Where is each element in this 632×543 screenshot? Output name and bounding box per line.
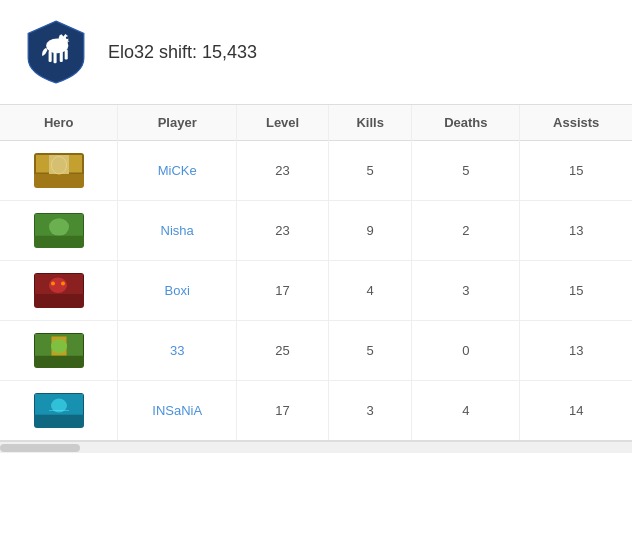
player-cell: MiCKe: [118, 141, 237, 201]
svg-rect-5: [65, 50, 68, 60]
team-logo: [20, 16, 92, 88]
player-cell: 33: [118, 321, 237, 381]
kills-cell: 5: [329, 141, 412, 201]
player-cell: Boxi: [118, 261, 237, 321]
elo-shift-text: Elo32 shift: 15,433: [108, 42, 257, 63]
assists-cell: 13: [520, 321, 632, 381]
table-row: Nisha239213: [0, 201, 632, 261]
hero-image: [34, 213, 84, 248]
hero-image: [34, 273, 84, 308]
svg-point-7: [67, 41, 69, 42]
hero-cell: [0, 321, 118, 381]
assists-cell: 14: [520, 381, 632, 441]
deaths-cell: 2: [412, 201, 520, 261]
table-row: Boxi174315: [0, 261, 632, 321]
assists-cell: 13: [520, 201, 632, 261]
kills-cell: 5: [329, 321, 412, 381]
svg-point-6: [66, 37, 68, 39]
header: Elo32 shift: 15,433: [0, 0, 632, 104]
hero-image: [34, 393, 84, 428]
deaths-cell: 5: [412, 141, 520, 201]
level-cell: 23: [236, 141, 328, 201]
hero-cell: [0, 141, 118, 201]
kills-cell: 9: [329, 201, 412, 261]
player-cell: INSaNiA: [118, 381, 237, 441]
col-assists: Assists: [520, 105, 632, 141]
assists-cell: 15: [520, 261, 632, 321]
deaths-cell: 3: [412, 261, 520, 321]
svg-rect-3: [54, 51, 57, 63]
level-cell: 17: [236, 381, 328, 441]
kills-cell: 4: [329, 261, 412, 321]
col-level: Level: [236, 105, 328, 141]
hero-cell: [0, 261, 118, 321]
hero-cell: [0, 381, 118, 441]
table-row: MiCKe235515: [0, 141, 632, 201]
hero-image: [34, 333, 84, 368]
level-cell: 25: [236, 321, 328, 381]
deaths-cell: 4: [412, 381, 520, 441]
svg-rect-2: [49, 51, 52, 62]
table-header: Hero Player Level Kills Deaths Assists: [0, 105, 632, 141]
col-player: Player: [118, 105, 237, 141]
col-hero: Hero: [0, 105, 118, 141]
table-row: 33255013: [0, 321, 632, 381]
player-cell: Nisha: [118, 201, 237, 261]
stats-table-wrapper: Hero Player Level Kills Deaths Assists M…: [0, 104, 632, 441]
assists-cell: 15: [520, 141, 632, 201]
scrollbar-area[interactable]: [0, 441, 632, 453]
table-row: INSaNiA173414: [0, 381, 632, 441]
scrollbar-thumb[interactable]: [0, 444, 80, 452]
player-link[interactable]: INSaNiA: [152, 403, 202, 418]
player-link[interactable]: Boxi: [165, 283, 190, 298]
player-link[interactable]: Nisha: [161, 223, 194, 238]
deaths-cell: 0: [412, 321, 520, 381]
stats-table: Hero Player Level Kills Deaths Assists M…: [0, 105, 632, 440]
player-link[interactable]: MiCKe: [158, 163, 197, 178]
hero-cell: [0, 201, 118, 261]
col-kills: Kills: [329, 105, 412, 141]
col-deaths: Deaths: [412, 105, 520, 141]
player-link[interactable]: 33: [170, 343, 184, 358]
table-body: MiCKe235515Nisha239213Boxi17431533255013…: [0, 141, 632, 441]
kills-cell: 3: [329, 381, 412, 441]
level-cell: 23: [236, 201, 328, 261]
hero-image: [34, 153, 84, 188]
svg-rect-4: [60, 51, 63, 62]
level-cell: 17: [236, 261, 328, 321]
